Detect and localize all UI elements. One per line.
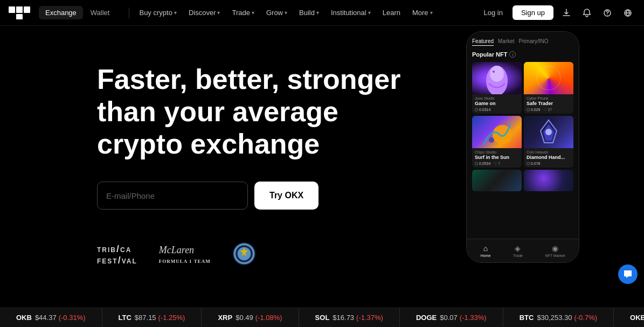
- chevron-down-icon: ▾: [174, 10, 177, 16]
- phone-tab-market[interactable]: Market: [498, 37, 515, 46]
- nav-actions: Log in Sign up: [479, 5, 635, 20]
- svg-point-15: [489, 137, 494, 143]
- phone-tab-primary[interactable]: Primary/INO: [519, 37, 549, 46]
- navbar: Exchange Wallet Buy crypto ▾ Discover ▾ …: [0, 0, 644, 26]
- svg-rect-1: [16, 6, 23, 13]
- phone-mockup: Featured Market Primary/INO Popular NFT …: [466, 31, 579, 263]
- nft-likes: ♡ 27: [543, 108, 552, 112]
- signup-button[interactable]: Sign up: [513, 5, 553, 20]
- nft-card[interactable]: [472, 170, 522, 191]
- logo[interactable]: [9, 6, 32, 19]
- manchester-city-logo: [232, 242, 256, 267]
- ticker-item[interactable]: BTC $30,253.30 (-0.7%): [503, 308, 614, 328]
- globe-icon[interactable]: [620, 5, 635, 20]
- login-button[interactable]: Log in: [479, 6, 507, 19]
- nft-card[interactable]: Cyber Phunk Safe Trader ⬡ 0.029 ♡ 27: [524, 62, 573, 114]
- home-icon: ⌂: [483, 244, 488, 253]
- ticker-bar: OKB $44.37 (-0.31%) LTC $87.15 (-1.25%) …: [0, 308, 644, 327]
- chevron-down-icon: ▾: [285, 10, 287, 16]
- svg-point-11: [490, 66, 504, 82]
- nft-price: ⬡ 0.029: [527, 108, 540, 112]
- nft-studio: Joos Studio: [475, 96, 519, 100]
- tab-exchange[interactable]: Exchange: [39, 6, 83, 19]
- ticker-item[interactable]: OKB $44.37 (-0.31%): [0, 308, 102, 328]
- nav-build[interactable]: Build ▾: [294, 6, 324, 19]
- nft-studio: Coin Heaven: [527, 150, 571, 154]
- nft-price: ⬡ 0.0314: [475, 108, 490, 112]
- chevron-down-icon: ▾: [316, 10, 319, 16]
- tribeca-logo: TRIB/CAFEST/VAL: [97, 243, 137, 266]
- nav-learn[interactable]: Learn: [377, 6, 406, 19]
- phone-tabs: Featured Market Primary/INO: [472, 37, 573, 46]
- mclaren-logo: McLaren FORMULA 1 TEAM: [159, 245, 211, 265]
- svg-point-18: [545, 129, 552, 135]
- info-icon[interactable]: i: [509, 51, 516, 58]
- svg-rect-0: [9, 6, 15, 13]
- chevron-down-icon: ▾: [368, 10, 371, 16]
- nft-card[interactable]: Chipo Studio Surf in the Sun ⬡ 0.0534 ♡ …: [472, 116, 522, 168]
- nav-discover[interactable]: Discover ▾: [183, 6, 226, 19]
- nft-likes: ♡ 7: [494, 162, 500, 166]
- nft-grid: Joos Studio Game on ⬡ 0.0314: [472, 62, 573, 191]
- svg-rect-3: [16, 14, 23, 19]
- chat-button[interactable]: [618, 265, 638, 284]
- nav-more[interactable]: More ▾: [407, 6, 438, 19]
- hero-left: Faster, better, stronger than your avera…: [97, 58, 420, 267]
- ticker-track: OKB $44.37 (-0.31%) LTC $87.15 (-1.25%) …: [0, 308, 644, 328]
- bottom-bar-nft[interactable]: ◉ NFT Market: [545, 244, 565, 258]
- trade-icon: ◈: [515, 244, 521, 253]
- nft-studio: Cyber Phunk: [527, 96, 571, 100]
- email-phone-input[interactable]: [97, 182, 248, 210]
- bottom-bar-home[interactable]: ⌂ Home: [481, 244, 491, 258]
- partner-logos: TRIB/CAFEST/VAL McLaren FORMULA 1 TEAM: [97, 242, 420, 267]
- hero-title: Faster, better, stronger than your avera…: [97, 64, 420, 160]
- help-icon[interactable]: [600, 5, 615, 20]
- tab-wallet[interactable]: Wallet: [84, 6, 116, 19]
- ticker-item[interactable]: LTC $87.15 (-1.25%): [102, 308, 202, 328]
- nft-price: ⬡ 0.0534: [475, 162, 490, 166]
- nft-price: ⬡ 0.078: [527, 162, 540, 166]
- phone-bottom-bar: ⌂ Home ◈ Trade ◉ NFT Market: [467, 239, 579, 262]
- nft-name: Diamond Hand...: [527, 155, 571, 160]
- nav-buy-crypto[interactable]: Buy crypto ▾: [134, 6, 182, 19]
- nft-name: Game on: [475, 101, 519, 106]
- nav-grow[interactable]: Grow ▾: [261, 6, 293, 19]
- try-okx-button[interactable]: Try OKX: [254, 182, 318, 210]
- nft-studio: Chipo Studio: [475, 150, 519, 154]
- phone-tab-featured[interactable]: Featured: [472, 37, 494, 46]
- chevron-down-icon: ▾: [252, 10, 254, 16]
- svg-point-13: [537, 66, 560, 90]
- svg-point-12: [493, 71, 495, 73]
- nav-divider: [129, 8, 129, 18]
- nav-tabs: Exchange Wallet: [39, 6, 116, 19]
- nft-card[interactable]: [524, 170, 573, 191]
- nft-name: Surf in the Sun: [475, 155, 519, 160]
- ticker-item[interactable]: SOL $16.73 (-1.37%): [299, 308, 400, 328]
- bottom-bar-trade[interactable]: ◈ Trade: [513, 244, 523, 258]
- nav-institutional[interactable]: Institutional ▾: [326, 6, 376, 19]
- hero-section: Faster, better, stronger than your avera…: [0, 26, 644, 308]
- chevron-down-icon: ▾: [430, 10, 433, 16]
- chevron-down-icon: ▾: [217, 10, 220, 16]
- nft-card[interactable]: Coin Heaven Diamond Hand... ⬡ 0.078: [524, 116, 573, 168]
- nft-card[interactable]: Joos Studio Game on ⬡ 0.0314: [472, 62, 522, 114]
- bell-icon[interactable]: [579, 5, 594, 20]
- svg-point-5: [607, 15, 607, 15]
- nav-links: Buy crypto ▾ Discover ▾ Trade ▾ Grow ▾ B…: [134, 6, 479, 19]
- ticker-item[interactable]: DOGE $0.07 (-1.33%): [400, 308, 503, 328]
- popular-nft-header: Popular NFT i: [472, 51, 573, 58]
- hero-form: Try OKX: [97, 182, 420, 210]
- nav-trade[interactable]: Trade ▾: [226, 6, 259, 19]
- nft-name: Safe Trader: [527, 101, 571, 106]
- popular-nft-title: Popular NFT: [472, 51, 507, 58]
- nft-icon: ◉: [552, 244, 558, 253]
- ticker-item[interactable]: XRP $0.49 (-1.08%): [202, 308, 299, 328]
- ticker-item[interactable]: OKB $44.37 (-0.31%): [614, 308, 644, 328]
- download-icon[interactable]: [559, 5, 574, 20]
- svg-rect-2: [24, 6, 30, 13]
